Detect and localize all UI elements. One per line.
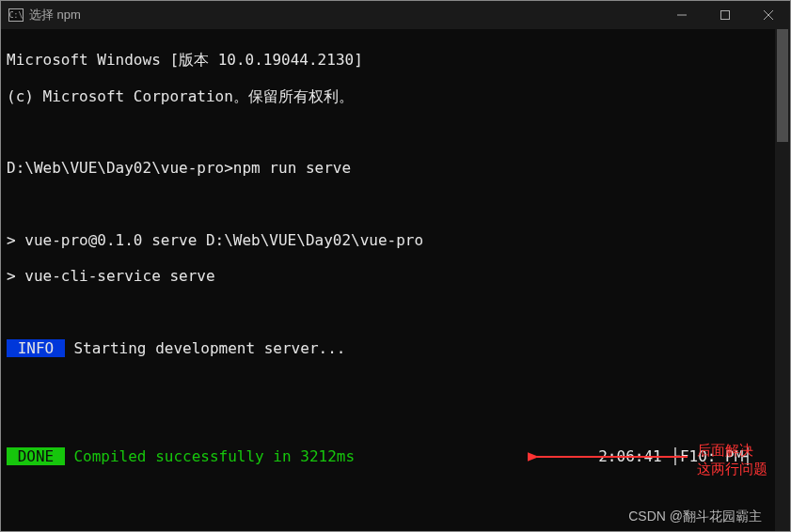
prompt-line: D:\Web\VUE\Day02\vue-pro>npm run serve (7, 159, 784, 177)
minimize-button[interactable] (660, 1, 704, 29)
blank-line (7, 484, 784, 502)
annotation-line-1: 后面解决 (697, 441, 767, 460)
npm-script-line: > vue-pro@0.1.0 serve D:\Web\VUE\Day02\v… (7, 231, 784, 249)
window-titlebar: C:\ 选择 npm (1, 1, 790, 29)
info-badge: INFO (7, 339, 65, 357)
maximize-button[interactable] (704, 1, 747, 29)
close-button[interactable] (747, 1, 790, 29)
blank-line (7, 376, 784, 394)
blank-line (7, 123, 784, 141)
terminal-output[interactable]: Microsoft Windows [版本 10.0.19044.2130] (… (1, 29, 790, 531)
vue-cli-line: > vue-cli-service serve (7, 267, 784, 285)
scrollbar-thumb[interactable] (777, 29, 788, 142)
info-text: Starting development server... (65, 339, 346, 357)
blank-line (7, 304, 784, 321)
done-text: Compiled successfully in 3212ms (65, 447, 355, 465)
window-icon: C:\ (8, 8, 24, 22)
copyright-line: (c) Microsoft Corporation。保留所有权利。 (7, 87, 784, 105)
watermark: CSDN @翻斗花园霸主 (628, 509, 762, 525)
window-controls (660, 1, 790, 29)
prompt-path: D:\Web\VUE\Day02\vue-pro> (7, 159, 233, 177)
info-line: INFO Starting development server... (7, 339, 784, 357)
done-line: DONE Compiled successfully in 3212ms2:06… (7, 447, 784, 465)
annotation-text: 后面解决 这两行问题 (697, 441, 767, 477)
command-text: npm run serve (233, 159, 351, 177)
done-badge: DONE (7, 447, 65, 465)
svg-rect-1 (721, 11, 730, 20)
scrollbar[interactable] (775, 29, 790, 531)
annotation-line-2: 这两行问题 (697, 460, 767, 478)
blank-line (7, 412, 784, 430)
blank-line (7, 196, 784, 213)
os-version-line: Microsoft Windows [版本 10.0.19044.2130] (7, 51, 784, 69)
window-title: 选择 npm (29, 7, 660, 23)
